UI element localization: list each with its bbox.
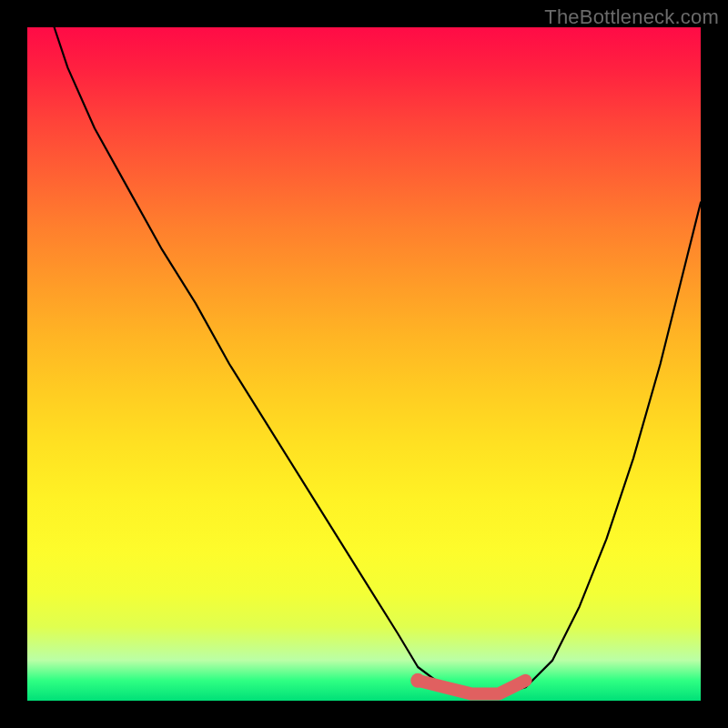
watermark-text: TheBottleneck.com [544, 5, 719, 29]
chart-svg [27, 27, 701, 701]
plot-area [27, 27, 701, 701]
chart-frame: TheBottleneck.com [0, 0, 728, 728]
curve-path [55, 27, 701, 694]
highlight-path [418, 681, 525, 694]
highlight-start-dot [410, 673, 425, 688]
